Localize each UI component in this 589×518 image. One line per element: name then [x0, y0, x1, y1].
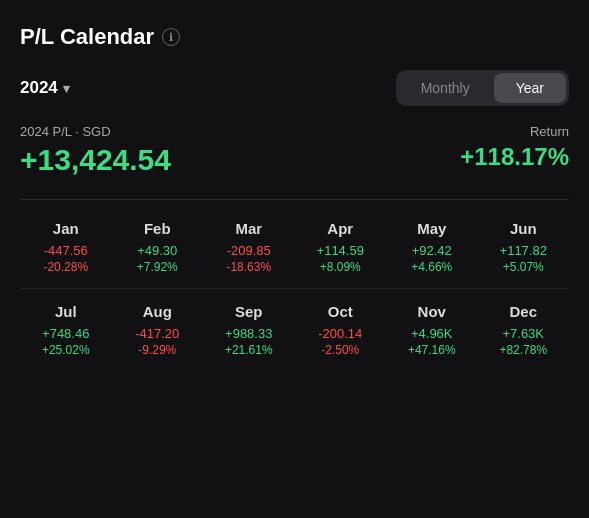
month-pnl: +49.30	[116, 243, 200, 258]
month-cell: Jul+748.46+25.02%	[20, 289, 112, 371]
info-icon[interactable]: ℹ	[162, 28, 180, 46]
controls-row: 2024 ▾ Monthly Year	[20, 70, 569, 106]
view-toggle-group: Monthly Year	[396, 70, 569, 106]
page-title: P/L Calendar	[20, 24, 154, 50]
month-cell: Sep+988.33+21.61%	[203, 289, 295, 371]
month-name: Apr	[299, 220, 383, 237]
month-pct: +8.09%	[299, 260, 383, 274]
month-pnl: +4.96K	[390, 326, 474, 341]
month-pct: +4.66%	[390, 260, 474, 274]
month-cell: Oct-200.14-2.50%	[295, 289, 387, 371]
month-cell: Feb+49.30+7.92%	[112, 206, 204, 289]
month-pct: -2.50%	[299, 343, 383, 357]
summary-row: 2024 P/L · SGD +13,424.54 Return +118.17…	[20, 124, 569, 177]
year-value: 2024	[20, 78, 58, 98]
month-pnl: +988.33	[207, 326, 291, 341]
month-cell: Aug-417.20-9.29%	[112, 289, 204, 371]
month-name: Aug	[116, 303, 200, 320]
divider	[20, 199, 569, 200]
month-pct: +47.16%	[390, 343, 474, 357]
month-name: Jul	[24, 303, 108, 320]
month-pct: +82.78%	[482, 343, 566, 357]
month-pct: -9.29%	[116, 343, 200, 357]
return-value: +118.17%	[460, 143, 569, 171]
month-pnl: +117.82	[482, 243, 566, 258]
summary-pnl-value: +13,424.54	[20, 143, 171, 177]
summary-label: 2024 P/L · SGD	[20, 124, 171, 139]
month-cell: Dec+7.63K+82.78%	[478, 289, 570, 371]
month-pct: -18.63%	[207, 260, 291, 274]
months-grid: Jan-447.56-20.28%Feb+49.30+7.92%Mar-209.…	[20, 206, 569, 371]
month-pnl: -417.20	[116, 326, 200, 341]
month-name: Mar	[207, 220, 291, 237]
month-pnl: +114.59	[299, 243, 383, 258]
month-pnl: +748.46	[24, 326, 108, 341]
summary-left: 2024 P/L · SGD +13,424.54	[20, 124, 171, 177]
month-pnl: +7.63K	[482, 326, 566, 341]
month-pct: +7.92%	[116, 260, 200, 274]
month-name: Jan	[24, 220, 108, 237]
year-caret: ▾	[63, 81, 70, 96]
month-name: Sep	[207, 303, 291, 320]
year-selector[interactable]: 2024 ▾	[20, 78, 70, 98]
return-label: Return	[460, 124, 569, 139]
month-cell: Jun+117.82+5.07%	[478, 206, 570, 289]
monthly-toggle-button[interactable]: Monthly	[399, 73, 492, 103]
month-pnl: -200.14	[299, 326, 383, 341]
header-row: P/L Calendar ℹ	[20, 24, 569, 50]
month-pct: +5.07%	[482, 260, 566, 274]
month-cell: Apr+114.59+8.09%	[295, 206, 387, 289]
month-cell: Mar-209.85-18.63%	[203, 206, 295, 289]
month-name: Nov	[390, 303, 474, 320]
month-name: Dec	[482, 303, 566, 320]
month-cell: Nov+4.96K+47.16%	[386, 289, 478, 371]
month-name: Feb	[116, 220, 200, 237]
month-pct: -20.28%	[24, 260, 108, 274]
month-pnl: -447.56	[24, 243, 108, 258]
month-name: Jun	[482, 220, 566, 237]
month-pnl: -209.85	[207, 243, 291, 258]
month-name: May	[390, 220, 474, 237]
month-pnl: +92.42	[390, 243, 474, 258]
month-pct: +21.61%	[207, 343, 291, 357]
year-toggle-button[interactable]: Year	[494, 73, 566, 103]
summary-right: Return +118.17%	[460, 124, 569, 171]
month-cell: Jan-447.56-20.28%	[20, 206, 112, 289]
month-pct: +25.02%	[24, 343, 108, 357]
month-cell: May+92.42+4.66%	[386, 206, 478, 289]
month-name: Oct	[299, 303, 383, 320]
